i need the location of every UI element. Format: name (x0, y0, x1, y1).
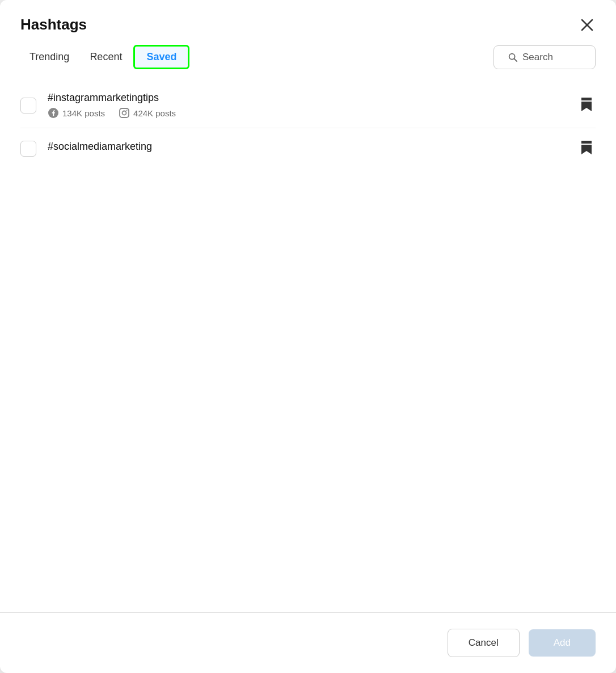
hashtag-info-2: #socialmediamarketing (48, 141, 577, 156)
modal-title: Hashtags (20, 16, 87, 33)
hashtags-modal: Hashtags Trending Recent Saved Search (0, 0, 616, 673)
instagram-icon (119, 107, 130, 119)
close-icon (581, 19, 593, 31)
facebook-icon (48, 107, 59, 119)
hashtag-info-1: #instagrammarketingtips 134K posts (48, 92, 577, 119)
hashtag-stats-1: 134K posts 424K posts (48, 107, 577, 119)
hashtag-list: #instagrammarketingtips 134K posts (0, 69, 616, 612)
svg-line-3 (514, 58, 517, 61)
instagram-count-1: 424K posts (133, 108, 176, 118)
search-label: Search (522, 52, 553, 63)
tab-trending[interactable]: Trending (20, 47, 78, 68)
modal-header: Hashtags (0, 0, 616, 33)
stat-facebook-1: 134K posts (48, 107, 105, 119)
modal-footer: Cancel Add (0, 613, 616, 673)
hashtag-checkbox-1[interactable] (20, 98, 36, 113)
close-button[interactable] (579, 16, 596, 33)
add-button[interactable]: Add (529, 629, 596, 657)
bookmark-button-2[interactable] (577, 137, 596, 159)
svg-rect-5 (120, 108, 129, 117)
tab-saved[interactable]: Saved (133, 45, 189, 69)
tabs-search-bar: Trending Recent Saved Search (0, 33, 616, 69)
list-item: #instagrammarketingtips 134K posts (20, 83, 596, 128)
facebook-count-1: 134K posts (62, 108, 105, 118)
stat-instagram-1: 424K posts (119, 107, 176, 119)
cancel-button[interactable]: Cancel (448, 629, 520, 657)
svg-point-6 (123, 111, 126, 115)
hashtag-name-2: #socialmediamarketing (48, 141, 577, 153)
tab-group: Trending Recent Saved (20, 45, 189, 69)
tab-recent[interactable]: Recent (81, 47, 131, 68)
bookmark-icon-1 (580, 96, 593, 112)
hashtag-name-1: #instagrammarketingtips (48, 92, 577, 104)
bookmark-button-1[interactable] (577, 94, 596, 116)
search-icon (508, 52, 518, 62)
svg-point-7 (126, 110, 128, 111)
search-button[interactable]: Search (493, 45, 596, 69)
content-area: #instagrammarketingtips 134K posts (0, 69, 616, 673)
bookmark-icon-2 (580, 140, 593, 155)
hashtag-checkbox-2[interactable] (20, 141, 36, 157)
list-item: #socialmediamarketing (20, 128, 596, 169)
